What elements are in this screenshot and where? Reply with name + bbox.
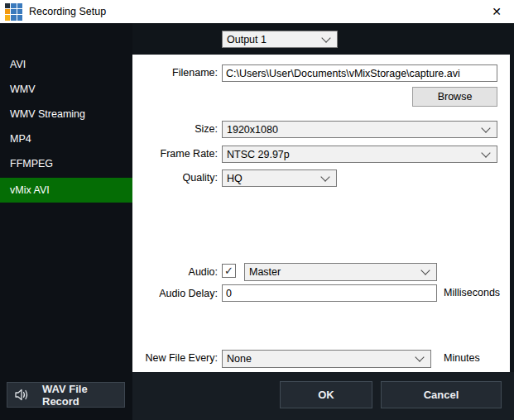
size-select[interactable]: 1920x1080 bbox=[222, 121, 497, 138]
sidebar-item-wmv[interactable]: WMV bbox=[0, 77, 132, 102]
audio-bus-select[interactable]: Master bbox=[244, 263, 437, 281]
audio-bus-select-value: Master bbox=[245, 266, 422, 278]
frame-rate-select[interactable]: NTSC 29.97p bbox=[222, 146, 497, 163]
close-icon[interactable]: ✕ bbox=[484, 0, 509, 23]
audio-delay-label: Audio Delay: bbox=[132, 285, 218, 303]
speaker-icon bbox=[14, 388, 31, 402]
audio-delay-input[interactable] bbox=[222, 284, 437, 302]
new-file-every-label: New File Every: bbox=[132, 350, 218, 367]
chevron-down-icon bbox=[321, 33, 330, 42]
audio-label: Audio: bbox=[132, 264, 218, 281]
chevron-down-icon bbox=[415, 352, 424, 361]
recording-setup-dialog: Recording Setup ✕ 1 2 Output 1 AVI WMV W… bbox=[0, 0, 514, 420]
output-select[interactable]: Output 1 bbox=[222, 31, 338, 48]
chevron-down-icon bbox=[420, 265, 430, 274]
checkmark-icon: ✓ bbox=[224, 265, 233, 276]
sidebar-item-vmix-avi[interactable]: vMix AVI bbox=[0, 178, 132, 203]
filename-label: Filename: bbox=[132, 64, 218, 82]
wav-file-record-label: WAV File Record bbox=[42, 383, 124, 408]
size-label: Size: bbox=[132, 121, 218, 138]
title-bar: Recording Setup ✕ bbox=[0, 0, 514, 23]
milliseconds-label: Milliseconds bbox=[444, 287, 500, 298]
sidebar-item-ffmpeg[interactable]: FFMPEG bbox=[0, 151, 132, 176]
quality-select[interactable]: HQ bbox=[222, 169, 337, 187]
chevron-down-icon bbox=[481, 123, 490, 132]
window-title: Recording Setup bbox=[29, 6, 106, 17]
wav-file-record-button[interactable]: WAV File Record bbox=[7, 382, 125, 408]
minutes-label: Minutes bbox=[444, 352, 480, 364]
chevron-down-icon bbox=[320, 172, 329, 181]
browse-button[interactable]: Browse bbox=[412, 87, 497, 107]
sidebar-item-avi[interactable]: AVI bbox=[0, 52, 132, 77]
format-sidebar: AVI WMV WMV Streaming MP4 FFMPEG vMix AV… bbox=[0, 23, 132, 420]
quality-label: Quality: bbox=[132, 169, 218, 187]
quality-select-value: HQ bbox=[223, 173, 322, 184]
vmix-logo-icon bbox=[5, 3, 22, 21]
settings-panel: Filename: Browse Size: 1920x1080 Frame R… bbox=[132, 55, 510, 372]
audio-checkbox[interactable]: ✓ bbox=[222, 264, 236, 278]
size-select-value: 1920x1080 bbox=[223, 124, 483, 136]
frame-rate-label: Frame Rate: bbox=[132, 146, 218, 163]
output-select-value: Output 1 bbox=[223, 34, 323, 45]
frame-rate-select-value: NTSC 29.97p bbox=[223, 149, 483, 160]
cancel-button[interactable]: Cancel bbox=[381, 381, 502, 408]
new-file-every-select-value: None bbox=[223, 353, 416, 365]
ok-button[interactable]: OK bbox=[280, 381, 372, 408]
sidebar-item-wmv-streaming[interactable]: WMV Streaming bbox=[0, 102, 132, 126]
chevron-down-icon bbox=[481, 148, 490, 157]
sidebar-item-mp4[interactable]: MP4 bbox=[0, 126, 132, 151]
new-file-every-select[interactable]: None bbox=[222, 350, 431, 368]
filename-input[interactable] bbox=[222, 64, 497, 82]
